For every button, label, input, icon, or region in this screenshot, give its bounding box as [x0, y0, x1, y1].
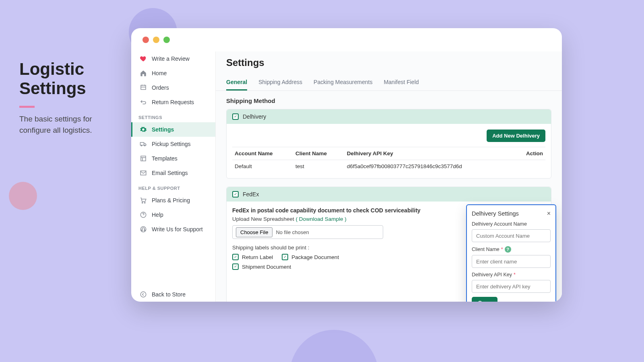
svg-rect-0 — [140, 142, 144, 145]
col-account-name: Account Name — [232, 147, 293, 160]
mail-icon — [140, 169, 147, 177]
package-document-chk-row[interactable]: Package Document — [282, 254, 339, 260]
package-document-checkbox[interactable] — [282, 254, 288, 260]
window-titlebar — [131, 28, 562, 51]
svg-point-5 — [142, 202, 143, 203]
templates-icon — [140, 155, 147, 162]
close-icon[interactable]: × — [547, 210, 551, 217]
file-input[interactable]: Choose File No file chosen — [232, 225, 383, 239]
sidebar-label: Help — [152, 212, 163, 218]
account-name-label: Delhivery Account Name — [472, 221, 551, 227]
sidebar-label: Orders — [152, 84, 169, 91]
main-content: Settings General Shipping Address Packin… — [216, 51, 562, 302]
delhivery-label: Delhivery — [243, 113, 266, 120]
shipment-document-chk-row[interactable]: Shipment Document — [232, 263, 459, 270]
sidebar-section-settings: SETTINGS — [131, 109, 215, 122]
sidebar-label: Email Settings — [152, 170, 188, 176]
sidebar-label: Templates — [152, 155, 178, 162]
window-close-dot[interactable] — [142, 37, 149, 43]
api-key-label: Delhivery API Key* — [472, 272, 551, 278]
svg-point-6 — [144, 202, 145, 203]
gear-icon — [140, 126, 147, 133]
shipment-document-checkbox[interactable] — [232, 263, 239, 270]
sidebar-label: Pickup Settings — [152, 141, 191, 147]
sidebar-section-help: HELP & SUPPORT — [131, 180, 215, 193]
choose-file-button[interactable]: Choose File — [236, 227, 272, 237]
sidebar-label: Write Us for Support — [152, 226, 203, 232]
settings-tabs: General Shipping Address Packing Measure… — [216, 75, 562, 91]
download-sample-link[interactable]: ( Download Sample ) — [296, 216, 347, 222]
cell-client: test — [293, 160, 345, 173]
svg-point-9 — [140, 292, 146, 297]
fedex-label: FedEx — [243, 191, 259, 197]
svg-point-8 — [140, 226, 146, 232]
help-icon[interactable]: ? — [505, 246, 511, 253]
app-window: Write a Review Home Orders Return Reques… — [131, 28, 562, 302]
tab-packing-measurements[interactable]: Packing Measurements — [314, 75, 372, 90]
truck-icon — [140, 140, 147, 148]
add-new-delhivery-button[interactable]: Add New Delhivery — [487, 130, 545, 142]
sidebar-item-templates[interactable]: Templates — [131, 151, 215, 166]
sidebar-item-help[interactable]: Help — [131, 208, 215, 222]
delhivery-settings-popover: Delhivery Settings × Delhivery Account N… — [466, 204, 556, 302]
sidebar-label: Home — [152, 70, 167, 76]
col-client-name: Client Name — [293, 147, 345, 160]
cart-icon — [140, 197, 147, 204]
sidebar-item-email-settings[interactable]: Email Settings — [131, 166, 215, 180]
client-name-label: Client Name*? — [472, 246, 551, 253]
page-title: Settings — [216, 51, 562, 75]
side-subtitle: The basic settings for configure all log… — [19, 113, 124, 136]
shipping-method-heading: Shipping Method — [226, 97, 551, 104]
sidebar-item-plans-pricing[interactable]: Plans & Pricing — [131, 193, 215, 208]
return-icon — [140, 99, 147, 106]
side-title: LogisticSettings — [19, 60, 124, 99]
return-label-chk-row[interactable]: Return Label — [232, 254, 273, 260]
svg-rect-3 — [141, 156, 146, 161]
home-icon — [140, 70, 147, 77]
underline-accent — [19, 106, 35, 108]
fedex-checkbox[interactable] — [232, 191, 239, 197]
sidebar-item-pickup-settings[interactable]: Pickup Settings — [131, 137, 215, 151]
delhivery-panel: Delhivery Add New Delhivery Account Name… — [226, 109, 551, 179]
api-key-input[interactable] — [472, 280, 551, 293]
sidebar-label: Settings — [152, 126, 174, 133]
sidebar-item-write-review[interactable]: Write a Review — [131, 51, 215, 66]
account-name-input[interactable] — [472, 229, 551, 242]
col-api-key: Delhivery API Key — [345, 147, 515, 160]
save-button[interactable]: Save — [472, 297, 497, 302]
sidebar-item-back-to-store[interactable]: Back to Store — [131, 287, 215, 302]
col-action: Action — [514, 147, 545, 160]
delhivery-table: Account Name Client Name Delhivery API K… — [232, 147, 545, 173]
return-label-checkbox[interactable] — [232, 254, 239, 260]
sidebar-item-return-requests[interactable]: Return Requests — [131, 95, 215, 109]
shipping-labels-print-label: Shipping labels should be print : — [232, 245, 459, 251]
delhivery-checkbox[interactable] — [232, 113, 239, 120]
table-row: Default test d6f5a0cef97fb00803777c25791… — [232, 160, 545, 173]
sidebar-item-orders[interactable]: Orders — [131, 80, 215, 95]
sidebar: Write a Review Home Orders Return Reques… — [131, 51, 216, 302]
client-name-input[interactable] — [472, 255, 551, 268]
tab-manifest-field[interactable]: Manifest Field — [384, 75, 419, 90]
back-icon — [140, 291, 147, 298]
orders-icon — [140, 84, 147, 91]
sidebar-item-settings[interactable]: Settings — [131, 122, 215, 137]
fedex-panel-header[interactable]: FedEx — [227, 187, 551, 202]
sidebar-label: Return Requests — [152, 99, 194, 105]
decorative-circle — [290, 330, 378, 362]
cell-api: d6f5a0cef97fb00803777c25791846c9c3577d6d — [345, 160, 515, 173]
sidebar-label: Back to Store — [152, 291, 186, 298]
heart-icon — [140, 55, 147, 62]
no-file-text: No file chosen — [276, 229, 309, 235]
support-icon — [140, 226, 147, 233]
tab-shipping-address[interactable]: Shipping Address — [258, 75, 302, 90]
sidebar-item-home[interactable]: Home — [131, 66, 215, 80]
sidebar-label: Plans & Pricing — [152, 197, 190, 204]
help-icon — [140, 211, 147, 218]
tab-general[interactable]: General — [226, 75, 247, 90]
delhivery-panel-header[interactable]: Delhivery — [227, 109, 551, 124]
sidebar-item-write-us[interactable]: Write Us for Support — [131, 222, 215, 237]
window-minimize-dot[interactable] — [153, 37, 159, 43]
window-maximize-dot[interactable] — [163, 37, 170, 43]
marketing-side-copy: LogisticSettings The basic settings for … — [19, 60, 124, 136]
sidebar-label: Write a Review — [152, 56, 190, 62]
